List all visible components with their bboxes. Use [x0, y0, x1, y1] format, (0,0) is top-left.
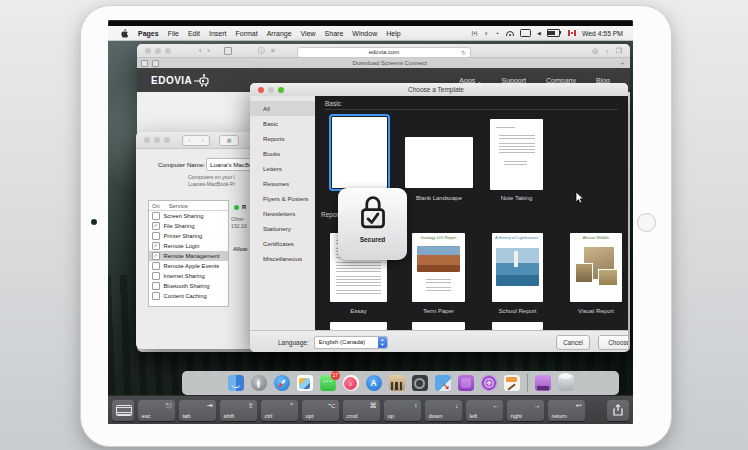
prefs-nav-buttons[interactable]: ‹› [182, 135, 210, 146]
sidebar-toggle-icon[interactable] [224, 47, 232, 55]
menu-clock[interactable]: Wed 4:55 PM [582, 30, 623, 37]
screens-app-icon[interactable] [435, 375, 451, 391]
checkbox[interactable]: ✓ [152, 242, 160, 250]
checkbox[interactable] [152, 282, 160, 290]
minimize-button[interactable] [155, 48, 161, 54]
reload-icon[interactable]: ↻ [461, 49, 466, 56]
share-icon[interactable]: ↑ [605, 48, 609, 55]
forward-icon[interactable]: › [207, 47, 209, 54]
chooser-titlebar[interactable]: Choose a Template [250, 83, 628, 97]
key-opt[interactable]: opt⌥ [302, 400, 339, 421]
info-icon[interactable]: ⓘ [258, 46, 265, 56]
menu-item-help[interactable]: Help [386, 30, 400, 37]
keyboard-toggle-button[interactable] [112, 400, 134, 421]
app-store-icon[interactable] [366, 375, 382, 391]
template-note-taking[interactable] [490, 119, 543, 190]
key-esc[interactable]: esc⎋ [138, 400, 175, 421]
sidebar-item-reports[interactable]: Reports [250, 131, 315, 146]
downloads-folder-icon[interactable] [535, 375, 551, 391]
tab-title[interactable]: Download Screens Connect [159, 60, 620, 66]
checkbox[interactable] [152, 212, 160, 220]
service-row[interactable]: Bluetooth Sharing [149, 281, 228, 291]
menu-item-arrange[interactable]: Arrange [267, 30, 292, 37]
service-row[interactable]: Remote Apple Events [149, 261, 228, 271]
key-down[interactable]: down↓ [425, 400, 462, 421]
key-right[interactable]: right→ [507, 400, 544, 421]
menu-item-edit[interactable]: Edit [188, 30, 200, 37]
template-blank-landscape[interactable] [405, 137, 473, 188]
finder-icon[interactable] [228, 375, 244, 391]
key-return[interactable]: return↩ [548, 400, 585, 421]
close-button[interactable] [144, 137, 150, 143]
menu-item-format[interactable]: Format [235, 30, 257, 37]
checkbox[interactable] [152, 272, 160, 280]
key-tab[interactable]: tab⇥ [179, 400, 216, 421]
template-blank[interactable] [332, 117, 387, 188]
rings-app-icon[interactable] [481, 375, 497, 391]
tabs-icon[interactable]: ❐ [616, 47, 622, 55]
screen-share-icon[interactable]: (•) [471, 30, 477, 36]
sidebar-item-books[interactable]: Books [250, 146, 315, 161]
sidebar-item-basic[interactable]: Basic [250, 116, 315, 131]
sidebar-item-certificates[interactable]: Certificates [250, 236, 315, 251]
display-icon[interactable] [520, 29, 531, 38]
checkbox[interactable] [152, 262, 160, 270]
language-dropdown[interactable]: English (Canada) ▲▼ [314, 336, 388, 349]
service-row[interactable]: Internet Sharing [149, 271, 228, 281]
template-school-report[interactable]: A History of Lighthouses [492, 233, 543, 302]
zoom-button[interactable] [164, 137, 170, 143]
checkbox[interactable] [152, 232, 160, 240]
template-visual-report[interactable]: African Wildlife [570, 233, 622, 302]
show-all-icon[interactable]: ▦ [219, 135, 239, 146]
key-ctrl[interactable]: ctrl⌃ [261, 400, 298, 421]
back-icon[interactable]: ‹ [199, 47, 201, 54]
wifi-icon[interactable] [505, 30, 514, 36]
menu-item-insert[interactable]: Insert [209, 30, 227, 37]
new-tab-icon[interactable]: + [620, 60, 624, 66]
wheel-game-icon[interactable] [412, 375, 428, 391]
key-up[interactable]: up↑ [384, 400, 421, 421]
sidebar-item-letters[interactable]: Letters [250, 161, 315, 176]
reader-icon[interactable]: ≡ [271, 47, 275, 54]
apple-menu-icon[interactable] [121, 29, 129, 38]
minimize-button[interactable] [268, 87, 274, 93]
menu-item-view[interactable]: View [301, 30, 316, 37]
menu-item-share[interactable]: Share [325, 30, 344, 37]
pinned-tab-icon[interactable] [152, 60, 159, 67]
volume-icon[interactable]: ◀ [537, 31, 541, 36]
bucket-game-icon[interactable] [389, 375, 405, 391]
template-term-paper[interactable]: Geology 101 Report [412, 233, 465, 302]
service-row[interactable]: ✓Remote Login [149, 241, 228, 251]
sidebar-item-all[interactable]: All [250, 101, 315, 116]
purple-app-icon[interactable] [458, 375, 474, 391]
pages-icon[interactable] [504, 375, 520, 391]
checkbox[interactable] [152, 292, 160, 300]
template-partial[interactable] [412, 322, 465, 330]
menu-item-window[interactable]: Window [352, 30, 377, 37]
clock-icon[interactable]: ◔ [495, 30, 499, 37]
downloads-icon[interactable]: ◎ [592, 47, 598, 55]
safari-icon[interactable] [274, 375, 290, 391]
home-button[interactable] [637, 213, 656, 232]
messages-icon[interactable]: 17 [320, 375, 336, 391]
screens-connect-icon[interactable]: ♆ [484, 30, 489, 37]
input-source-flag-icon[interactable] [568, 30, 576, 36]
key-left[interactable]: left← [466, 400, 503, 421]
share-button[interactable] [607, 400, 629, 421]
key-shift[interactable]: shift⇧ [220, 400, 257, 421]
sidebar-item-newsletters[interactable]: Newsletters [250, 206, 315, 221]
checkbox[interactable]: ✓ [152, 252, 160, 260]
trash-icon[interactable] [558, 375, 574, 391]
sidebar-item-resumes[interactable]: Resumes [250, 176, 315, 191]
service-row[interactable]: Content Caching [149, 291, 228, 301]
menu-item-file[interactable]: File [168, 30, 179, 37]
photos-icon[interactable] [297, 375, 313, 391]
sidebar-item-stationery[interactable]: Stationery [250, 221, 315, 236]
itunes-icon[interactable] [343, 375, 359, 391]
template-partial[interactable] [492, 322, 543, 330]
service-row[interactable]: Printer Sharing [149, 231, 228, 241]
close-button[interactable] [258, 87, 264, 93]
checkbox[interactable]: ✓ [152, 222, 160, 230]
sidebar-item-flyers[interactable]: Flyers & Posters [250, 191, 315, 206]
service-row[interactable]: ✓File Sharing [149, 221, 228, 231]
